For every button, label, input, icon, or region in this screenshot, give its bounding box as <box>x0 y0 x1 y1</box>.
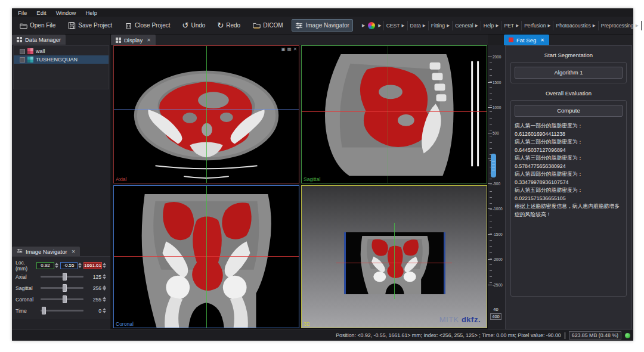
slider-handle[interactable] <box>63 295 67 303</box>
view-menu-label: Help <box>484 23 494 29</box>
tick-label: -1000 <box>493 207 503 211</box>
scale-tick: -2500 <box>488 283 504 287</box>
fat-density-result-line: 根据上述脂肪密度信息，病人患内脏脂肪增多症的风险较高！ <box>515 203 623 219</box>
close-icon[interactable]: ✕ <box>540 38 544 43</box>
viewport-sagittal[interactable]: Sagittal <box>301 45 487 183</box>
visibility-checkbox[interactable] <box>20 49 25 54</box>
redo-button[interactable]: ↻ Redo <box>213 20 244 31</box>
mitk-workbench-window: FileEditWindowHelp Open File Save Projec… <box>12 8 633 341</box>
status-bar: Position: <0.92, -0.55, 1661.61> mm; Ind… <box>12 329 633 341</box>
toolbar-view-menu[interactable]: Photoacoustics ▶ <box>553 21 597 30</box>
loc-y-spinbox[interactable]: -0.55 <box>60 262 78 269</box>
time-slider-label: Time <box>14 308 39 314</box>
menu-item[interactable]: Help <box>85 10 97 16</box>
tick-mark <box>488 234 492 235</box>
toolbar-view-menu[interactable]: Quantification ▶ <box>641 21 644 30</box>
open-file-button[interactable]: Open File <box>16 19 59 32</box>
axial-slider[interactable] <box>41 276 83 278</box>
spinner-arrows[interactable] <box>55 263 58 268</box>
tick-mark <box>488 208 492 209</box>
image-navigator-button[interactable]: Image Navigator <box>292 19 353 32</box>
menu-item[interactable]: File <box>18 10 27 16</box>
loc-x-spinbox[interactable]: 0.92 <box>36 262 54 269</box>
toolbar-view-menu[interactable]: Data ▶ <box>407 21 428 30</box>
tick-label: 1500 <box>493 80 501 85</box>
axial-slider-label: Axial <box>14 274 39 280</box>
viewport-3d[interactable]: MITK dkfz. 3D <box>301 185 487 328</box>
level-window-slider[interactable]: 2000 1500 1000 500 <box>488 45 504 329</box>
slider-handle[interactable] <box>42 307 46 314</box>
folder-open-icon <box>19 21 27 29</box>
overflow-arrow-icon[interactable]: ▶ <box>360 23 367 28</box>
scale-tick: -1500 <box>488 232 504 236</box>
spinner-arrows[interactable] <box>103 263 106 268</box>
spinner-arrows[interactable] <box>78 263 82 268</box>
undo-button[interactable]: ↺ Undo <box>179 20 209 31</box>
spinner-arrows[interactable] <box>103 308 106 313</box>
slider-handle[interactable] <box>63 284 67 292</box>
data-node-tushengquan[interactable]: TUSHENGQUAN <box>14 55 109 64</box>
algorithm-1-button[interactable]: Algorithm 1 <box>515 67 623 79</box>
toolbar-view-menu[interactable]: PET ▶ <box>501 21 521 30</box>
spinner-arrows[interactable] <box>103 274 106 279</box>
toolbar-view-menu[interactable]: Preprocessing ▶ <box>598 21 641 30</box>
coronal-slider[interactable] <box>41 298 83 300</box>
menu-item[interactable]: Edit <box>36 10 46 16</box>
tick-mark <box>488 107 492 108</box>
color-lut-icon[interactable] <box>368 22 375 29</box>
dicom-button[interactable]: DICOM <box>249 19 286 32</box>
fullscreen-icon[interactable]: ✕ <box>293 46 297 52</box>
layout-icon[interactable]: ▦ <box>287 46 292 52</box>
tick-mark <box>488 183 492 184</box>
image-navigator-tabrow: Image Navigator ✕ <box>12 247 110 256</box>
scale-tick: -500 <box>488 182 504 186</box>
viewport-coronal[interactable]: Coronal <box>113 185 299 328</box>
level-window-handle[interactable] <box>491 154 496 177</box>
compute-button[interactable]: Compute <box>515 105 623 117</box>
data-node-label: wall <box>36 48 45 54</box>
toolbar-view-menu[interactable]: Help ▶ <box>481 21 501 30</box>
submenu-arrow-icon: ▶ <box>593 23 596 28</box>
viewport-axial[interactable]: ▣ ▦ ✕ Axial <box>113 45 299 183</box>
tab-display[interactable]: Display ✕ <box>111 35 156 45</box>
spinner-arrows[interactable] <box>103 285 106 291</box>
save-project-button[interactable]: Save Project <box>64 19 116 32</box>
fat-seg-panel: Fat Seg ✕ Start Segmentation Algorithm 1… <box>504 35 633 329</box>
data-manager-tabrow: Data Manager <box>12 35 110 45</box>
close-icon[interactable]: ✕ <box>72 249 76 254</box>
tick-label: 1000 <box>493 105 501 110</box>
toolbar-view-menu[interactable]: General ▶ <box>452 21 481 30</box>
tick-label: -2000 <box>493 257 503 261</box>
coronal-slider-row: Coronal 255 <box>14 294 108 304</box>
location-label: Loc. (mm) <box>14 260 36 272</box>
tab-data-manager[interactable]: Data Manager <box>12 35 66 45</box>
lut-arrow-icon[interactable]: ▶ <box>376 23 383 28</box>
submenu-arrow-icon: ▶ <box>547 23 550 28</box>
data-node-wall[interactable]: wall <box>14 47 109 55</box>
loc-z-spinbox[interactable]: 1661.61 <box>83 262 102 269</box>
toolbar-view-menu[interactable]: Perfusion ▶ <box>521 21 553 30</box>
toolbar-view-menu[interactable]: CEST ▶ <box>383 21 407 30</box>
image-navigator-body: Loc. (mm) 0.92 -0.55 1661.61 Axial 125 S… <box>12 256 110 319</box>
toolbar-view-menu[interactable]: Fitting ▶ <box>428 21 452 30</box>
tab-fat-seg[interactable]: Fat Seg ✕ <box>504 35 549 45</box>
close-icon[interactable]: ✕ <box>147 38 151 43</box>
slider-handle[interactable] <box>63 273 67 281</box>
viewport-label-coronal: Coronal <box>116 321 134 327</box>
time-slider[interactable] <box>41 310 83 311</box>
menu-item[interactable]: Window <box>56 10 76 16</box>
sagittal-slider[interactable] <box>41 287 83 289</box>
cursor-position-text: Position: <0.92, -0.55, 1661.61> mm; Ind… <box>336 332 561 338</box>
pin-icon[interactable]: ▣ <box>281 46 286 52</box>
close-project-button[interactable]: Close Project <box>120 19 174 32</box>
tick-label: -2500 <box>493 283 503 287</box>
image-navigator-icon <box>17 249 23 254</box>
tab-image-navigator[interactable]: Image Navigator ✕ <box>12 247 80 256</box>
visibility-checkbox[interactable] <box>20 57 25 63</box>
spinner-arrows[interactable] <box>103 297 106 302</box>
undo-label: Undo <box>191 22 205 29</box>
image-navigator-tab-label: Image Navigator <box>26 248 67 255</box>
submenu-arrow-icon: ▶ <box>636 23 639 28</box>
tick-mark <box>488 82 492 83</box>
tick-label: -1500 <box>493 232 503 236</box>
